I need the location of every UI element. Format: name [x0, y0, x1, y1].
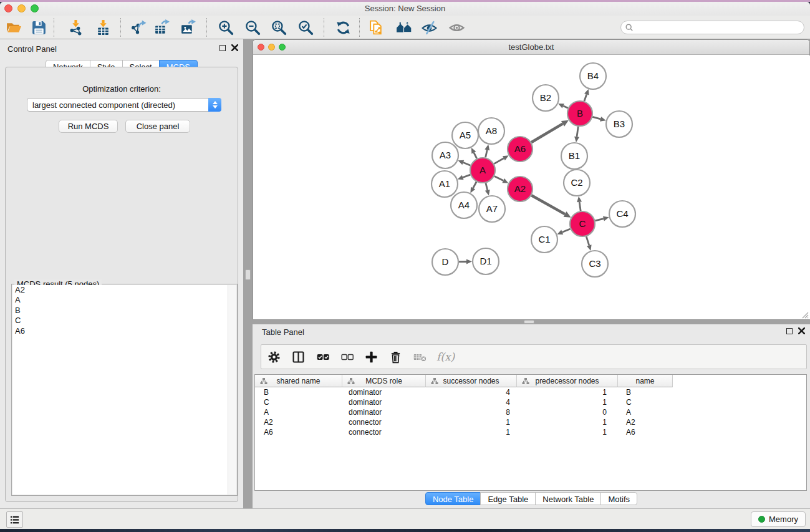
save-session-button[interactable] [27, 17, 50, 38]
zoom-out-button[interactable] [241, 17, 264, 38]
column-header-predecessor-nodes[interactable]: predecessor nodes [517, 375, 618, 387]
node-label-A6: A6 [514, 143, 526, 154]
node-label-B4: B4 [587, 70, 599, 81]
column-header-name[interactable]: name [618, 375, 673, 387]
table-row[interactable]: Cdominator41C [255, 397, 673, 407]
result-list-scrollbar[interactable] [228, 285, 236, 495]
edge-A2-C[interactable] [531, 195, 565, 214]
add-column-button[interactable] [364, 349, 379, 365]
close-panel-icon[interactable] [798, 327, 805, 334]
close-panel-button[interactable]: Close panel [125, 120, 190, 133]
horizontal-splitter-grip[interactable] [524, 320, 534, 324]
memory-button[interactable]: Memory [751, 511, 806, 527]
import-network-button[interactable] [64, 17, 87, 38]
delete-columns-button[interactable] [388, 349, 403, 365]
export-network-button[interactable] [127, 17, 149, 38]
table-row[interactable]: Adominator80A [255, 407, 673, 417]
tab-node-table[interactable]: Node Table [425, 492, 481, 505]
attribute-tree-icon [431, 377, 438, 385]
edge-B-B4[interactable] [584, 94, 587, 101]
optimization-criterion-select[interactable]: largest connected component (directed) [27, 98, 221, 112]
edge-B-B3[interactable] [592, 117, 600, 118]
table-cell: C [255, 397, 342, 407]
mcds-result-item[interactable]: B [12, 306, 236, 316]
clone-network-icon [368, 19, 385, 36]
import-table-button[interactable] [92, 17, 114, 38]
edge-A-A7[interactable] [486, 183, 488, 190]
task-history-button[interactable] [6, 511, 23, 528]
zoom-fit-icon [271, 19, 287, 36]
delete-table-button[interactable] [412, 349, 428, 365]
table-settings-button[interactable] [266, 349, 282, 365]
mcds-result-item[interactable]: A6 [12, 326, 236, 336]
export-table-button[interactable] [150, 17, 173, 38]
mcds-result-item[interactable]: C [12, 316, 236, 326]
edge-B-B1[interactable] [577, 127, 578, 137]
table-cell: 1 [517, 427, 618, 437]
mcds-result-item[interactable]: A [12, 295, 236, 305]
deselect-all-button[interactable] [339, 349, 355, 365]
table-row[interactable]: A6connector11A6 [255, 427, 673, 437]
home-button[interactable] [393, 17, 415, 38]
edge-C-C3[interactable] [586, 236, 589, 245]
node-label-A2: A2 [514, 183, 526, 194]
attribute-tree-icon [522, 377, 529, 385]
network-graph[interactable]: AA1A2A3A4A5A6A7A8BB1B2B3B4CC1C2C3C4DD1 [254, 56, 810, 319]
edge-A-A3[interactable] [463, 163, 471, 166]
arrowhead-icon [603, 216, 609, 221]
edge-A-A2[interactable] [494, 176, 503, 180]
node-label-A3: A3 [440, 150, 451, 160]
edge-A-A8[interactable] [486, 150, 488, 157]
zoom-selected-button[interactable] [294, 17, 317, 38]
mcds-result-list[interactable]: A2ABCA6 [12, 285, 236, 495]
vertical-splitter-grip[interactable] [245, 269, 251, 280]
arrowhead-icon [574, 137, 579, 142]
float-panel-icon[interactable] [219, 45, 226, 51]
search-input[interactable] [634, 22, 804, 33]
edge-A-A4[interactable] [473, 182, 476, 188]
tab-network-table[interactable]: Network Table [535, 492, 601, 505]
arrowhead-icon [587, 244, 592, 251]
column-header-shared-name[interactable]: shared name [255, 375, 342, 387]
clone-network-button[interactable] [365, 17, 387, 38]
tab-motifs[interactable]: Motifs [600, 492, 637, 505]
tab-edge-table[interactable]: Edge Table [480, 492, 536, 505]
import-network-icon [67, 19, 84, 36]
edge-A-A5[interactable] [474, 153, 477, 158]
export-table-icon [153, 19, 170, 36]
show-column-panel-button[interactable] [291, 349, 306, 365]
close-panel-icon[interactable] [231, 44, 238, 51]
select-all-button[interactable] [315, 349, 330, 365]
column-header-successor-nodes[interactable]: successor nodes [426, 375, 517, 387]
show-all-button[interactable] [445, 17, 468, 38]
edge-A6-B[interactable] [531, 123, 562, 142]
export-image-button[interactable] [176, 17, 199, 38]
table-cell: 8 [426, 407, 517, 417]
network-canvas[interactable]: AA1A2A3A4A5A6A7A8BB1B2B3B4CC1C2C3C4DD1 [254, 56, 810, 319]
function-builder-button[interactable]: f(x) [436, 349, 455, 365]
node-label-A: A [480, 165, 486, 175]
search-field[interactable] [620, 21, 804, 34]
hide-selected-button[interactable] [418, 17, 440, 38]
table-row[interactable]: Bdominator41B [255, 387, 673, 397]
refresh-button[interactable] [332, 17, 354, 38]
table-row[interactable]: A2connector11A2 [255, 417, 673, 427]
zoom-fit-button[interactable] [268, 17, 290, 38]
float-panel-icon[interactable] [786, 328, 793, 334]
edge-C-C2[interactable] [579, 202, 581, 211]
edge-B-B2[interactable] [563, 106, 568, 108]
run-mcds-button[interactable]: Run MCDS [59, 120, 118, 133]
zoom-in-button[interactable] [215, 17, 237, 38]
column-header-MCDS-role[interactable]: MCDS role [342, 375, 426, 387]
edge-C-C4[interactable] [595, 219, 604, 221]
edge-A-A1[interactable] [463, 175, 470, 177]
window-resize-grip[interactable] [800, 310, 809, 319]
edge-C-C1[interactable] [562, 229, 571, 232]
edge-A-A6[interactable] [494, 158, 504, 164]
node-table[interactable]: shared nameMCDS rolesuccessor nodesprede… [254, 374, 807, 491]
refresh-icon [335, 19, 352, 36]
table-cell: A [255, 407, 342, 417]
table-cell: A6 [618, 427, 673, 437]
open-file-button[interactable] [2, 17, 25, 38]
mcds-result-item[interactable]: A2 [12, 285, 236, 295]
